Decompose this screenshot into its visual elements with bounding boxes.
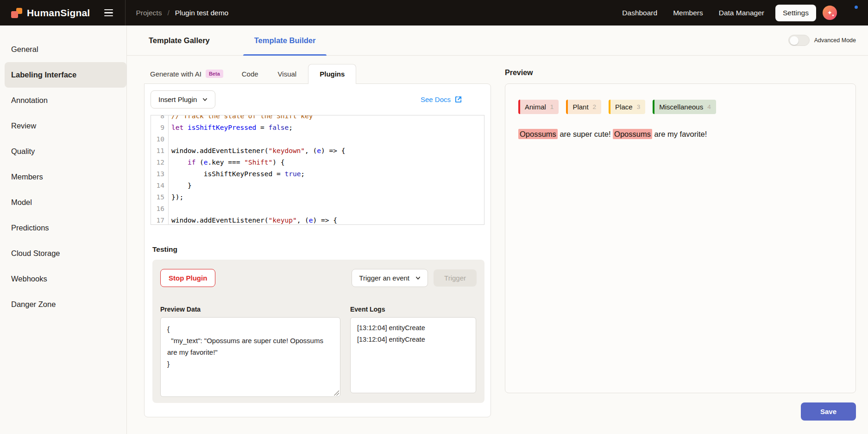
event-logs-label: Event Logs <box>350 306 476 313</box>
code-line-15: 15 }); <box>151 191 484 203</box>
sidebar-item-general[interactable]: General <box>0 37 126 62</box>
event-logs-list[interactable]: [13:12:04] entityCreate [13:12:04] entit… <box>350 317 476 393</box>
line-number: 13 <box>151 168 169 180</box>
breadcrumb-current-page: Plugin test demo <box>175 9 228 17</box>
labeling-preview: Animal 1 Plant 2 Place 3 <box>505 83 856 393</box>
nav-members[interactable]: Members <box>668 5 708 21</box>
label-hotkey: 3 <box>637 103 646 110</box>
brand-name: HumanSignal <box>27 7 90 19</box>
see-docs-label: See Docs <box>421 96 451 103</box>
top-nav: Dashboard Members Data Manager Settings … <box>617 5 868 21</box>
code-line-12: 12 if (e.key === "Shift") { <box>151 157 484 168</box>
breadcrumb-projects[interactable]: Projects <box>136 9 162 17</box>
subtab-visual[interactable]: Visual <box>272 64 303 83</box>
line-number: 8 <box>151 115 169 122</box>
code-line-10: 10 <box>151 134 484 145</box>
subtab-plugins[interactable]: Plugins <box>308 64 356 84</box>
advanced-mode-label: Advanced Mode <box>814 37 856 44</box>
toggle-knob <box>790 36 799 45</box>
see-docs-link[interactable]: See Docs <box>421 96 484 103</box>
insert-plugin-label: Insert Plugin <box>158 96 197 103</box>
annotation-span[interactable]: Opossums <box>613 129 652 139</box>
label-chips: Animal 1 Plant 2 Place 3 <box>518 100 843 114</box>
annotation-span[interactable]: Opossums <box>518 129 558 139</box>
sidebar-item-danger-zone[interactable]: Danger Zone <box>0 292 126 317</box>
label-name: Animal <box>520 103 550 111</box>
builder-subtabs: Generate with AI Beta Code Visual Plugin… <box>144 62 491 83</box>
user-avatar[interactable] <box>843 6 858 20</box>
insert-plugin-dropdown[interactable]: Insert Plugin <box>151 90 215 108</box>
code-line-14: 14 } <box>151 180 484 191</box>
code-line-16: 16 <box>151 203 484 215</box>
notification-dot <box>854 5 859 10</box>
preview-data-input[interactable]: { "my_text": "Opossums are super cute! O… <box>160 317 340 397</box>
external-link-icon <box>454 96 462 103</box>
text-segment[interactable]: are super cute! <box>558 130 613 138</box>
line-number: 14 <box>151 180 169 191</box>
sidebar-item-annotation[interactable]: Annotation <box>0 88 126 113</box>
line-number: 17 <box>151 215 169 225</box>
nav-dashboard[interactable]: Dashboard <box>617 5 662 21</box>
sidebar-item-webhooks[interactable]: Webhooks <box>0 266 126 292</box>
line-number: 15 <box>151 191 169 203</box>
tab-template-builder[interactable]: Template Builder <box>250 26 321 56</box>
ai-sparkle-button[interactable]: ✦✦ <box>823 6 837 20</box>
preview-data-field: Preview Data { "my_text": "Opossums are … <box>160 306 340 397</box>
nav-settings-button[interactable]: Settings <box>775 5 816 21</box>
code-line-11: 11 window.addEventListener("keydown", (e… <box>151 145 484 157</box>
trigger-event-label: Trigger an event <box>359 274 409 282</box>
save-button[interactable]: Save <box>801 402 856 421</box>
code-line-13: 13 isShiftKeyPressed = true; <box>151 168 484 180</box>
event-logs-field: Event Logs [13:12:04] entityCreate [13:1… <box>350 306 476 397</box>
line-number: 9 <box>151 122 169 134</box>
line-number: 11 <box>151 145 169 157</box>
code-line-8: 8 // Track the state of the Shift key <box>151 115 484 122</box>
trigger-event-dropdown[interactable]: Trigger an event <box>352 269 428 287</box>
sidebar-item-labeling-interface[interactable]: Labeling Interface <box>5 62 126 88</box>
testing-panel: Stop Plugin Trigger an event Trigger Pre… <box>152 260 484 403</box>
line-number: 12 <box>151 157 169 168</box>
label-chip-plant[interactable]: Plant 2 <box>566 100 601 114</box>
sidebar-item-members[interactable]: Members <box>0 164 126 190</box>
beta-badge: Beta <box>206 70 223 78</box>
breadcrumb-separator: / <box>167 9 169 17</box>
plugin-code-editor[interactable]: 8 // Track the state of the Shift key 9 … <box>151 115 484 225</box>
settings-sidebar: General Labeling Interface Annotation Re… <box>0 26 127 434</box>
sidebar-item-review[interactable]: Review <box>0 113 126 139</box>
label-name: Place <box>610 103 637 111</box>
sidebar-item-quality[interactable]: Quality <box>0 139 126 164</box>
stop-plugin-button[interactable]: Stop Plugin <box>160 269 215 287</box>
menu-icon[interactable] <box>98 4 119 22</box>
preview-data-label: Preview Data <box>160 306 340 313</box>
preview-heading: Preview <box>505 62 856 83</box>
advanced-mode-toggle[interactable] <box>788 35 810 46</box>
label-name: Plant <box>568 103 592 111</box>
sidebar-item-predictions[interactable]: Predictions <box>0 215 126 241</box>
humansignal-logo-icon <box>11 7 22 19</box>
line-number: 16 <box>151 203 169 215</box>
sidebar-item-cloud-storage[interactable]: Cloud Storage <box>0 241 126 266</box>
subtab-code[interactable]: Code <box>236 64 264 83</box>
subtab-generate-with-ai[interactable]: Generate with AI Beta <box>144 64 229 83</box>
code-line-9: 9 let isShiftKeyPressed = false; <box>151 122 484 134</box>
label-chip-miscellaneous[interactable]: Miscellaneous 4 <box>653 100 716 114</box>
label-chip-animal[interactable]: Animal 1 <box>518 100 559 114</box>
line-number: 10 <box>151 134 169 145</box>
template-tabs-row: Template Gallery Template Builder Advanc… <box>127 26 868 56</box>
label-chip-place[interactable]: Place 3 <box>609 100 645 114</box>
chevron-down-icon <box>202 97 208 102</box>
nav-data-manager[interactable]: Data Manager <box>714 5 769 21</box>
trigger-button[interactable]: Trigger <box>434 269 477 287</box>
event-log-entry: [13:12:04] entityCreate <box>357 334 469 345</box>
tab-template-gallery[interactable]: Template Gallery <box>144 26 214 56</box>
sidebar-item-model[interactable]: Model <box>0 190 126 215</box>
label-hotkey: 2 <box>593 103 602 110</box>
topbar-divider <box>125 0 126 26</box>
plugins-panel: Insert Plugin See Docs <box>144 83 491 417</box>
text-segment[interactable]: are my favorite! <box>652 130 707 138</box>
event-log-entry: [13:12:04] entityCreate <box>357 322 469 334</box>
brand[interactable]: HumanSignal <box>0 7 90 19</box>
label-name: Miscellaneous <box>654 103 707 111</box>
subtab-generate-label: Generate with AI <box>150 70 201 78</box>
chevron-down-icon <box>415 275 421 281</box>
